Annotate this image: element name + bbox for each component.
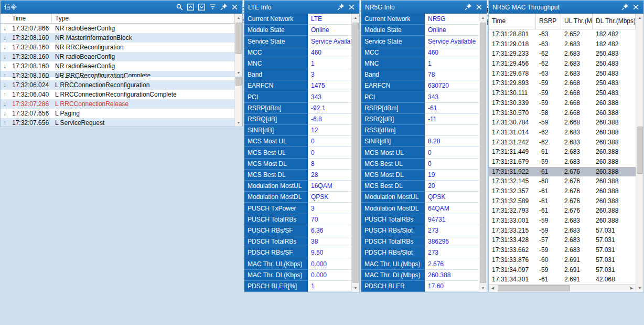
scroll-down-arrow[interactable]: ▼ bbox=[235, 69, 242, 77]
scroll-down-arrow[interactable]: ▼ bbox=[235, 119, 242, 127]
column-header-time[interactable]: Time bbox=[489, 14, 536, 29]
pin-icon[interactable] bbox=[220, 3, 228, 11]
throughput-row[interactable]: 17:31:33.215-592.68357.031 bbox=[489, 226, 636, 236]
signaling-row[interactable]: ↓17:32:07.656L Paging bbox=[1, 109, 234, 118]
throughput-rsrp: -60 bbox=[536, 176, 561, 186]
signaling-row[interactable]: ↓17:32:08.160NR RRCReconfiguration bbox=[1, 43, 234, 52]
signaling-row[interactable]: ↑17:32:07.656L ServiceRequest bbox=[1, 118, 234, 127]
signaling-row[interactable]: ↓17:32:08.160NR radioBeaerConfig bbox=[1, 61, 234, 71]
throughput-ul: 2.652 bbox=[561, 29, 593, 39]
signaling-row[interactable]: ↓17:32:08.160NR radioBeaerConfig bbox=[1, 52, 234, 61]
throughput-row[interactable]: 17:31:31.679-592.683260.388 bbox=[489, 157, 636, 167]
scroll-right-arrow[interactable]: ▶ bbox=[628, 285, 636, 292]
throughput-dl: 250.483 bbox=[593, 88, 636, 98]
pin-icon[interactable] bbox=[464, 3, 472, 11]
throughput-rsrp: -63 bbox=[536, 39, 561, 49]
signaling-row[interactable]: ↑17:32:08.160NR RRCReconfigurationComple… bbox=[1, 71, 234, 77]
vertical-scrollbar[interactable]: ▲ ▼ bbox=[351, 14, 359, 292]
throughput-row[interactable]: 17:31:33.001-592.683260.388 bbox=[489, 216, 636, 226]
throughput-ul: 2.691 bbox=[561, 255, 593, 265]
info-value: 19 bbox=[425, 170, 479, 181]
down-arrow-icon: ↓ bbox=[1, 43, 9, 52]
info-label: SINR[dB] bbox=[244, 125, 308, 136]
throughput-row[interactable]: 17:31:34.097-592.69157.031 bbox=[489, 265, 636, 275]
throughput-row[interactable]: 17:31:32.357-612.676260.388 bbox=[489, 186, 636, 196]
throughput-row[interactable]: 17:31:29.678-632.683250.483 bbox=[489, 69, 636, 79]
scrollbar-thumb[interactable] bbox=[498, 285, 570, 291]
throughput-row[interactable]: 17:31:31.449-612.683260.388 bbox=[489, 147, 636, 157]
info-row: PDSCH BLER[%]1 bbox=[244, 281, 351, 292]
throughput-row[interactable]: 17:31:30.111-592.668250.483 bbox=[489, 88, 636, 98]
throughput-row[interactable]: 17:31:31.014-622.683260.388 bbox=[489, 128, 636, 138]
close-icon[interactable] bbox=[632, 3, 640, 11]
scroll-up-arrow[interactable]: ▲ bbox=[235, 14, 242, 22]
scrollbar-thumb[interactable] bbox=[235, 23, 242, 54]
throughput-dl: 182.482 bbox=[593, 29, 636, 39]
info-row: EARFCN1475 bbox=[244, 80, 351, 91]
close-icon[interactable] bbox=[348, 3, 356, 11]
scroll-top-icon[interactable] bbox=[187, 3, 195, 11]
info-value: 78 bbox=[425, 69, 479, 80]
throughput-row[interactable]: 17:31:29.893-592.668250.483 bbox=[489, 78, 636, 88]
info-row: PUSCH TxPower3 bbox=[244, 203, 351, 214]
filter-icon[interactable] bbox=[209, 3, 217, 11]
throughput-dl: 260.388 bbox=[593, 138, 636, 148]
column-header-time[interactable]: Time bbox=[9, 14, 52, 23]
throughput-time: 17:31:34.097 bbox=[489, 265, 536, 275]
signaling-row[interactable]: ↓17:32:07.286L RRCConnectionRelease bbox=[1, 99, 234, 109]
column-header-dl-thr[interactable]: DL Thr.(Mbps) bbox=[593, 14, 636, 29]
scroll-down-arrow[interactable]: ▼ bbox=[636, 284, 643, 292]
signaling-type: L RRCConnectionReconfigurationComplete bbox=[52, 90, 234, 99]
info-row: RSRQ[dB]-11 bbox=[361, 114, 479, 125]
scroll-up-arrow[interactable]: ▲ bbox=[479, 14, 487, 22]
scrollbar-thumb[interactable] bbox=[637, 127, 643, 174]
search-icon[interactable] bbox=[176, 3, 184, 11]
scroll-down-arrow[interactable]: ▼ bbox=[352, 284, 359, 292]
scroll-up-arrow[interactable]: ▲ bbox=[636, 14, 643, 22]
throughput-row[interactable]: 17:31:33.428-572.68357.031 bbox=[489, 235, 636, 245]
throughput-row[interactable]: 17:31:29.233-622.683250.483 bbox=[489, 49, 636, 59]
info-value: 0.000 bbox=[308, 258, 351, 269]
throughput-row[interactable]: 17:31:32.793-612.676260.388 bbox=[489, 206, 636, 216]
vertical-scrollbar[interactable]: ▲ ▼ bbox=[636, 14, 643, 292]
signaling-row[interactable]: ↓17:32:08.160NR MasterInformationBlock bbox=[1, 33, 234, 43]
throughput-row[interactable]: 17:31:31.922-612.676260.388 bbox=[489, 167, 636, 177]
throughput-row[interactable]: 17:31:30.339-592.668260.388 bbox=[489, 98, 636, 108]
pin-icon[interactable] bbox=[621, 3, 629, 11]
vertical-scrollbar[interactable]: ▲ ▼ bbox=[479, 14, 487, 292]
signaling-row[interactable]: ↑17:32:06.040L RRCConnectionReconfigurat… bbox=[1, 90, 234, 99]
throughput-row[interactable]: 17:31:33.662-592.68357.031 bbox=[489, 245, 636, 255]
throughput-row[interactable]: 17:31:31.242-622.683260.388 bbox=[489, 138, 636, 148]
column-header-ul-thr[interactable]: UL Thr.(Mbps) bbox=[561, 14, 593, 29]
throughput-row[interactable]: 17:31:30.570-582.668260.388 bbox=[489, 108, 636, 118]
pin-icon[interactable] bbox=[337, 3, 345, 11]
info-row: PUSCH TotalRBs94731 bbox=[361, 214, 479, 225]
throughput-row[interactable]: 17:31:32.145-602.676260.388 bbox=[489, 176, 636, 186]
scrollbar-thumb[interactable] bbox=[352, 23, 359, 283]
column-header-rsrp[interactable]: RSRP bbox=[536, 14, 561, 29]
lte-info-panel: LTE Info Current NetworkLTEModule StateO… bbox=[244, 0, 360, 292]
signaling-row[interactable]: ↓17:32:07.866NR radioBeaerConfig bbox=[1, 24, 234, 33]
horizontal-scrollbar[interactable]: ◀ ▶ bbox=[489, 284, 636, 292]
scroll-down-arrow[interactable]: ▼ bbox=[479, 284, 487, 292]
throughput-row[interactable]: 17:31:30.784-592.668260.388 bbox=[489, 118, 636, 128]
scroll-left-arrow[interactable]: ◀ bbox=[489, 285, 497, 292]
info-label: RSRP[dBm] bbox=[361, 103, 425, 114]
throughput-row[interactable]: 17:31:33.876-602.69157.031 bbox=[489, 255, 636, 265]
vertical-scrollbar[interactable]: ▲ ▼ bbox=[234, 14, 242, 77]
info-value: 460 bbox=[425, 47, 479, 58]
close-icon[interactable] bbox=[475, 3, 483, 11]
info-label: MCC bbox=[361, 47, 425, 58]
close-icon[interactable] bbox=[231, 3, 239, 11]
throughput-row[interactable]: 17:31:28.801-632.652182.482 bbox=[489, 29, 636, 39]
throughput-row[interactable]: 17:31:32.589-612.676260.388 bbox=[489, 196, 636, 206]
column-header-type[interactable]: Type bbox=[52, 14, 234, 23]
scrollbar-thumb[interactable] bbox=[480, 23, 486, 283]
scroll-bottom-icon[interactable] bbox=[198, 3, 206, 11]
throughput-row[interactable]: 17:31:29.456-622.683250.483 bbox=[489, 59, 636, 69]
throughput-row[interactable]: 17:31:29.018-632.683182.482 bbox=[489, 39, 636, 49]
scroll-up-arrow[interactable]: ▲ bbox=[352, 14, 359, 22]
info-row: RSRQ[dB]-6.8 bbox=[244, 114, 351, 125]
signaling-row[interactable]: ↓17:32:06.024L RRCConnectionReconfigurat… bbox=[1, 80, 234, 90]
throughput-row[interactable]: 17:31:34.301-612.69142.068 bbox=[489, 275, 636, 284]
